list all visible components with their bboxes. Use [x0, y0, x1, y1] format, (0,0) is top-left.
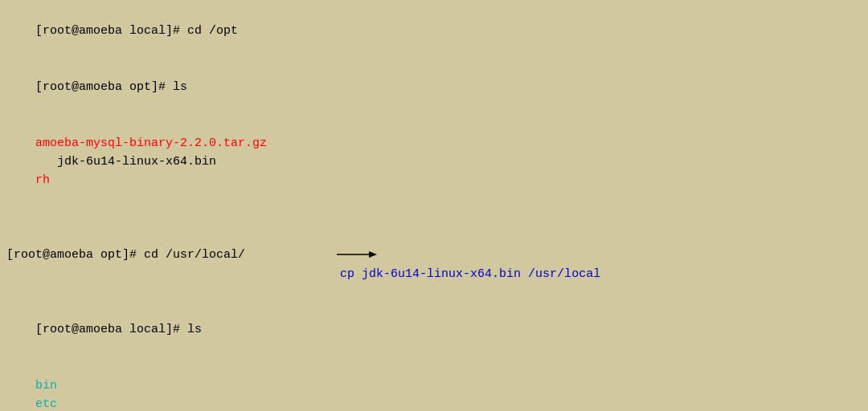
line-5: [root@amoeba local]# ls	[6, 302, 862, 358]
jdk-bin: jdk-6u14-linux-x64.bin	[35, 155, 231, 169]
arrow-svg	[337, 246, 377, 262]
arrow-cp: cp jdk-6u14-linux-x64.bin /usr/local	[293, 209, 600, 302]
terminal-window: [root@amoeba local]# cd /opt [root@amoeb…	[0, 0, 868, 411]
ls-etc: etc	[35, 397, 57, 411]
line-6: bin etc games include jdk1.6 jdk-6u14-li…	[6, 358, 862, 411]
line-3: amoeba-mysql-binary-2.2.0.tar.gz jdk-6u1…	[6, 116, 862, 209]
sp1	[57, 379, 72, 393]
prompt-4: [root@amoeba opt]# cd /usr/local/	[6, 246, 245, 264]
rh-dir: rh	[35, 173, 50, 187]
line-4: [root@amoeba opt]# cd /usr/local/ cp jdk…	[6, 209, 862, 302]
ls-bin: bin	[35, 379, 57, 393]
amoeba-binary: amoeba-mysql-binary-2.2.0.tar.gz	[35, 136, 267, 150]
prompt-5: [root@amoeba local]# ls	[35, 323, 202, 336]
prompt-2: [root@amoeba opt]# ls	[35, 80, 187, 94]
sp2	[57, 397, 72, 411]
cp-callout: cp jdk-6u14-linux-x64.bin /usr/local	[340, 267, 600, 281]
svg-marker-1	[369, 251, 377, 258]
prompt-1: [root@amoeba local]# cd /opt	[35, 24, 238, 38]
line-1: [root@amoeba local]# cd /opt	[6, 3, 862, 59]
line-2: [root@amoeba opt]# ls	[6, 59, 862, 116]
